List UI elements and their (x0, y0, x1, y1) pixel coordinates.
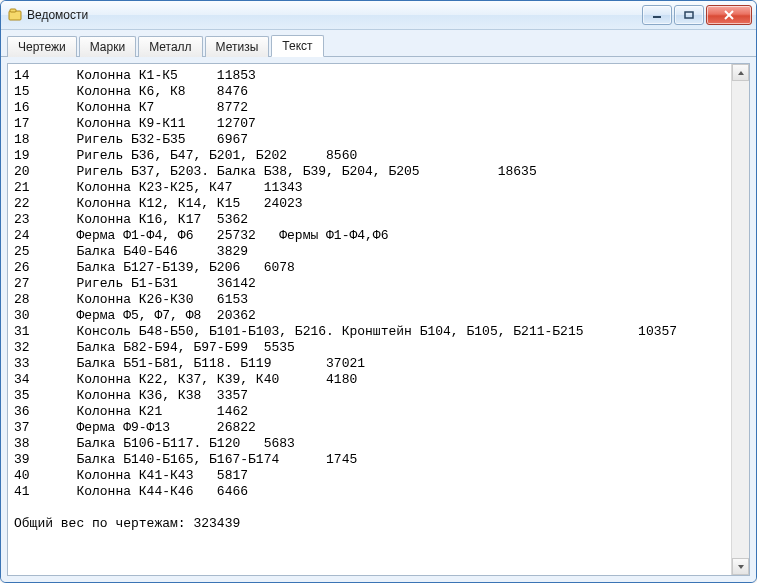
tab-metal[interactable]: Металл (138, 36, 202, 57)
close-button[interactable] (706, 5, 752, 25)
scroll-down-button[interactable] (732, 558, 749, 575)
tab-marks[interactable]: Марки (79, 36, 136, 57)
chevron-up-icon (737, 70, 745, 76)
svg-rect-3 (685, 12, 693, 18)
vertical-scrollbar[interactable] (731, 64, 749, 575)
titlebar[interactable]: Ведомости (1, 1, 756, 30)
svg-rect-2 (653, 16, 661, 18)
chevron-down-icon (737, 564, 745, 570)
report-text[interactable]: 14 Колонна К1-К5 11853 15 Колонна К6, К8… (8, 64, 731, 575)
app-window: Ведомости Чертежи Марки Металл Метизы Те… (0, 0, 757, 583)
close-icon (723, 10, 735, 20)
tab-drawings[interactable]: Чертежи (7, 36, 77, 57)
minimize-button[interactable] (642, 5, 672, 25)
app-icon (7, 7, 23, 23)
text-panel: 14 Колонна К1-К5 11853 15 Колонна К6, К8… (7, 63, 750, 576)
svg-rect-1 (10, 9, 16, 12)
scroll-up-button[interactable] (732, 64, 749, 81)
client-area: 14 Колонна К1-К5 11853 15 Колонна К6, К8… (1, 57, 756, 582)
maximize-button[interactable] (674, 5, 704, 25)
tab-strip: Чертежи Марки Металл Метизы Текст (1, 30, 756, 57)
tab-text[interactable]: Текст (271, 35, 323, 57)
minimize-icon (652, 11, 662, 19)
maximize-icon (684, 11, 694, 19)
tab-hardware[interactable]: Метизы (205, 36, 270, 57)
window-buttons (642, 5, 752, 25)
window-title: Ведомости (27, 8, 642, 22)
svg-marker-6 (738, 71, 744, 75)
svg-marker-7 (738, 565, 744, 569)
scroll-track[interactable] (732, 81, 749, 558)
